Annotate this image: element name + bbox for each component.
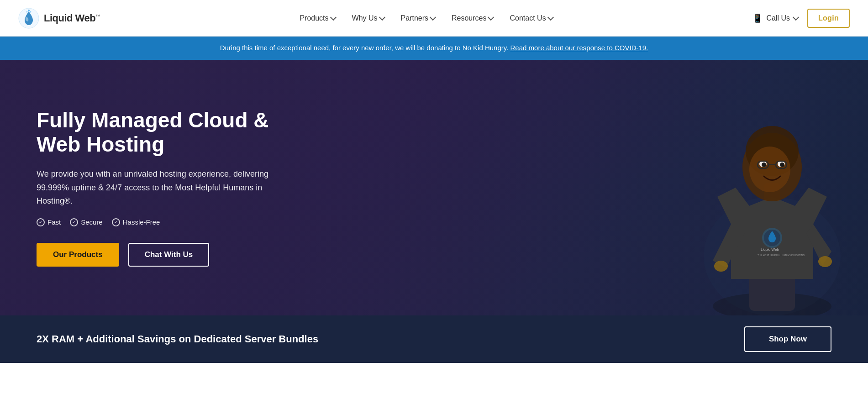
svg-point-13 [749, 147, 790, 192]
badge-hassle-free: Hassle-Free [112, 218, 160, 226]
hero-subtitle: We provide you with an unrivaled hosting… [37, 168, 283, 208]
nav-item-why-us: Why Us [346, 10, 391, 26]
person-svg: Liquid Web THE MOST HELPFUL HUMANS IN HO… [690, 96, 854, 315]
check-icon [70, 218, 78, 226]
svg-point-16 [762, 163, 766, 167]
svg-point-9 [818, 256, 832, 267]
badge-secure: Secure [70, 218, 103, 226]
call-us-button[interactable]: 📱 Call Us [752, 13, 798, 23]
promo-text: 2X RAM + Additional Savings on Dedicated… [37, 333, 318, 345]
shop-now-button[interactable]: Shop Now [744, 326, 831, 352]
covid-link[interactable]: Read more about our response to COVID-19… [510, 44, 648, 52]
login-button[interactable]: Login [807, 9, 850, 28]
mobile-phone-icon: 📱 [752, 13, 763, 23]
nav-item-partners: Partners [395, 10, 442, 26]
hero-content: Fully Managed Cloud & Web Hosting We pro… [0, 81, 320, 294]
nav-link-resources[interactable]: Resources [445, 10, 500, 26]
nav-right: 📱 Call Us Login [752, 9, 850, 28]
svg-point-4 [30, 11, 32, 12]
badge-fast: Fast [37, 218, 61, 226]
chevron-down-icon [330, 14, 336, 21]
svg-point-17 [780, 163, 784, 167]
hero-section: Fully Managed Cloud & Web Hosting We pro… [0, 60, 868, 315]
nav-links: Products Why Us Partners Resources C [293, 10, 559, 26]
nav-item-contact-us: Contact Us [503, 10, 559, 26]
nav-link-products[interactable]: Products [293, 10, 342, 26]
nav-link-partners[interactable]: Partners [395, 10, 442, 26]
chevron-down-icon [379, 14, 385, 21]
hero-badges: Fast Secure Hassle-Free [37, 218, 283, 226]
svg-text:Liquid Web: Liquid Web [761, 247, 779, 252]
hero-person-image: Liquid Web THE MOST HELPFUL HUMANS IN HO… [676, 87, 868, 315]
nav-item-resources: Resources [445, 10, 500, 26]
check-icon [112, 218, 120, 226]
logo-text: Liquid Web™ [44, 12, 100, 24]
chat-with-us-button[interactable]: Chat With Us [128, 243, 210, 267]
logo-link[interactable]: Liquid Web™ [18, 8, 100, 29]
svg-point-2 [28, 10, 30, 11]
nav-link-contact-us[interactable]: Contact Us [503, 10, 559, 26]
nav-item-products: Products [293, 10, 342, 26]
chevron-down-icon [547, 14, 554, 21]
check-icon [37, 218, 45, 226]
svg-point-3 [26, 11, 28, 12]
our-products-button[interactable]: Our Products [37, 243, 119, 267]
chevron-down-icon [488, 14, 494, 21]
chevron-down-icon [430, 14, 436, 21]
nav-link-why-us[interactable]: Why Us [346, 10, 391, 26]
svg-point-8 [714, 261, 728, 272]
hero-title: Fully Managed Cloud & Web Hosting [37, 108, 283, 157]
navbar: Liquid Web™ Products Why Us Partners Res… [0, 0, 868, 37]
hero-buttons: Our Products Chat With Us [37, 243, 283, 267]
svg-text:THE MOST HELPFUL HUMANS IN HOS: THE MOST HELPFUL HUMANS IN HOSTING [758, 254, 805, 257]
logo-icon [18, 8, 39, 29]
promo-banner: 2X RAM + Additional Savings on Dedicated… [0, 315, 868, 363]
announcement-bar: During this time of exceptional need, fo… [0, 37, 868, 60]
chevron-down-icon [793, 14, 799, 21]
